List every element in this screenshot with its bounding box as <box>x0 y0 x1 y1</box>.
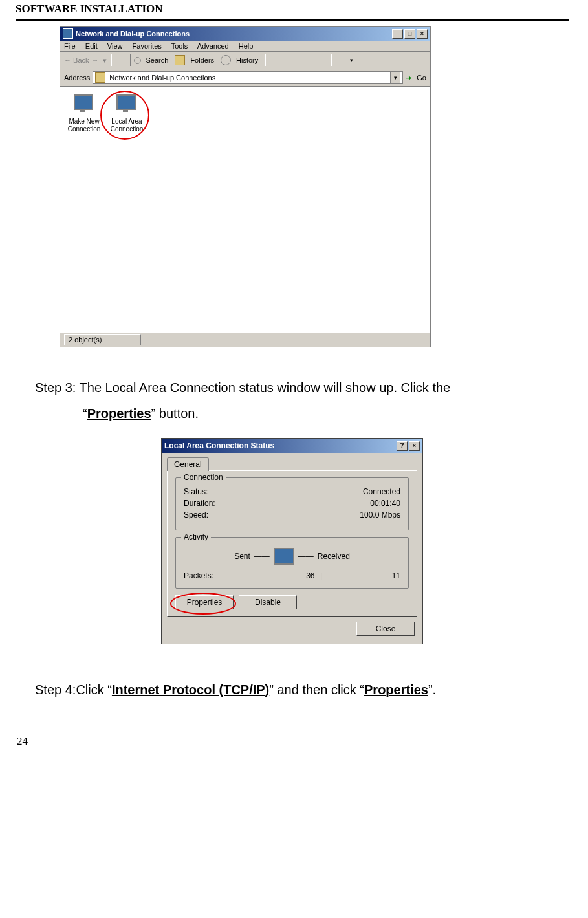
make-new-connection-icon[interactable]: Make New Connection <box>65 94 103 133</box>
dialog-titlebar: Local Area Connection Status ? × <box>162 439 422 453</box>
status-value: Connected <box>363 487 400 496</box>
tool-btn-2[interactable] <box>284 54 297 67</box>
address-value: Network and Dial-up Connections <box>109 74 215 82</box>
tab-general[interactable]: General <box>167 457 209 471</box>
tcpip-keyword: Internet Protocol (TCP/IP) <box>112 683 269 697</box>
history-icon <box>221 55 231 65</box>
icon-label-2: Local Area Connection <box>108 118 146 133</box>
menu-view[interactable]: View <box>107 42 123 50</box>
window-icon <box>63 28 73 39</box>
explorer-content: Make New Connection Local Area Connectio… <box>60 87 430 333</box>
tool-btn-4[interactable] <box>315 54 328 67</box>
step-3-text: Step 3: The Local Area Connection status… <box>35 375 549 426</box>
close-dialog-button[interactable]: Close <box>356 622 415 636</box>
forward-button[interactable]: → <box>92 56 99 64</box>
menu-edit[interactable]: Edit <box>85 42 98 50</box>
menu-favorites[interactable]: Favorites <box>133 42 162 50</box>
speed-value: 100.0 Mbps <box>360 510 400 519</box>
search-button[interactable]: Search <box>146 56 169 64</box>
icon-label-1: Make New Connection <box>65 118 103 133</box>
activity-legend: Activity <box>181 532 211 541</box>
status-bar: 2 object(s) <box>60 333 430 347</box>
window-titlebar: Network and Dial-up Connections _ □ × <box>60 27 430 41</box>
disable-button[interactable]: Disable <box>239 595 297 609</box>
tool-btn-3[interactable] <box>299 54 312 67</box>
page-number: 24 <box>17 735 569 748</box>
folders-button[interactable]: Folders <box>190 56 214 64</box>
dialog-title: Local Area Connection Status <box>164 441 274 450</box>
network-activity-icon <box>274 548 294 565</box>
menu-help[interactable]: Help <box>239 42 254 50</box>
maximize-button[interactable]: □ <box>404 29 415 39</box>
explorer-window: Network and Dial-up Connections _ □ × Fi… <box>60 26 431 347</box>
menu-advanced[interactable]: Advanced <box>197 42 229 50</box>
address-bar: Address Network and Dial-up Connections … <box>60 69 430 87</box>
speed-label: Speed: <box>184 510 208 519</box>
tab-panel: Connection Status: Connected Duration: 0… <box>167 470 417 617</box>
status-label: Status: <box>184 487 208 496</box>
step3-line2: “Properties” button. <box>35 400 549 426</box>
menu-file[interactable]: File <box>64 42 76 50</box>
properties-keyword: Properties <box>87 406 151 421</box>
go-button[interactable]: Go <box>417 74 426 82</box>
header-rule <box>16 19 569 23</box>
screenshot-status-dialog: Local Area Connection Status ? × General… <box>16 438 569 644</box>
toolbar: ← Back → ▾ Search Folders History ▾ <box>60 52 430 69</box>
page-header: SOFTWARE INSTALLATION <box>16 3 569 16</box>
menu-bar: File Edit View Favorites Tools Advanced … <box>60 41 430 52</box>
status-text: 2 object(s) <box>64 334 141 345</box>
close-button[interactable]: × <box>417 29 428 39</box>
dialog-close-button[interactable]: × <box>409 441 420 451</box>
duration-label: Duration: <box>184 499 215 508</box>
search-icon <box>134 57 141 64</box>
activity-group: Activity Sent —— —— Received Packets: 36… <box>175 537 409 589</box>
packets-label: Packets: <box>184 571 242 580</box>
received-label: Received <box>318 552 350 561</box>
connection-legend: Connection <box>181 473 226 482</box>
back-button[interactable]: ← Back <box>64 56 89 64</box>
history-button[interactable]: History <box>236 56 258 64</box>
tool-btn-1[interactable] <box>268 54 281 67</box>
minimize-button[interactable]: _ <box>392 29 403 39</box>
step-4-text: Step 4:Click “Internet Protocol (TCP/IP)… <box>35 677 549 703</box>
properties-keyword-2: Properties <box>364 683 428 697</box>
menu-tools[interactable]: Tools <box>171 42 188 50</box>
step3-line1: Step 3: The Local Area Connection status… <box>35 375 549 400</box>
window-title: Network and Dial-up Connections <box>76 30 190 38</box>
button-row: Properties Disable <box>175 595 409 609</box>
address-input[interactable]: Network and Dial-up Connections ▾ <box>93 71 403 84</box>
local-area-connection-icon[interactable]: Local Area Connection <box>108 94 146 133</box>
go-icon: ➜ <box>406 74 411 82</box>
help-button[interactable]: ? <box>397 441 408 451</box>
up-button[interactable] <box>114 54 127 67</box>
connection-group: Connection Status: Connected Duration: 0… <box>175 477 409 530</box>
address-icon <box>95 72 105 83</box>
sent-label: Sent <box>234 552 250 561</box>
views-button[interactable] <box>334 54 347 67</box>
folders-icon <box>175 55 185 65</box>
address-dropdown[interactable]: ▾ <box>390 72 400 83</box>
duration-value: 00:01:40 <box>370 499 400 508</box>
screenshot-explorer: Network and Dial-up Connections _ □ × Fi… <box>60 26 569 347</box>
packets-received-value: 11 <box>328 571 401 580</box>
properties-button[interactable]: Properties <box>175 595 234 609</box>
address-label: Address <box>64 74 90 82</box>
status-dialog: Local Area Connection Status ? × General… <box>161 438 423 644</box>
tab-strip: General <box>162 453 422 470</box>
packets-sent-value: 36 <box>242 571 315 580</box>
